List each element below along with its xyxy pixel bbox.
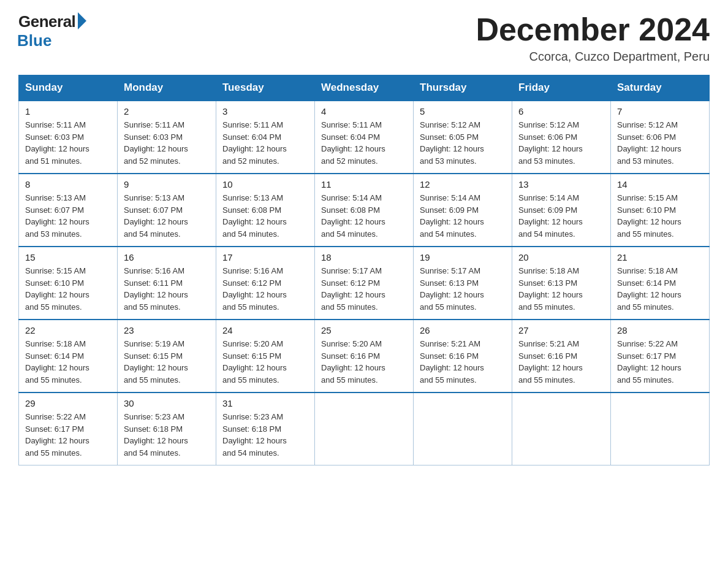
calendar-cell: [611, 393, 710, 465]
page-header: General Blue December 2024 Ccorca, Cuzco…: [18, 12, 710, 64]
day-info: Sunrise: 5:23 AMSunset: 6:18 PMDaylight:…: [222, 411, 308, 459]
day-number: 9: [124, 179, 210, 190]
day-number: 3: [222, 106, 308, 117]
logo-triangle-icon: [78, 12, 86, 29]
logo: General Blue: [18, 12, 86, 50]
day-number: 18: [321, 252, 407, 262]
col-header-sunday: Sunday: [19, 75, 118, 101]
calendar-cell: 28Sunrise: 5:22 AMSunset: 6:17 PMDayligh…: [611, 320, 710, 393]
day-info: Sunrise: 5:18 AMSunset: 6:14 PMDaylight:…: [617, 265, 703, 313]
day-number: 28: [617, 325, 703, 335]
day-number: 26: [420, 325, 506, 335]
calendar-cell: 7Sunrise: 5:12 AMSunset: 6:06 PMDaylight…: [611, 101, 710, 174]
month-year-title: December 2024: [476, 12, 710, 47]
day-number: 20: [518, 252, 604, 262]
day-info: Sunrise: 5:21 AMSunset: 6:16 PMDaylight:…: [518, 338, 604, 386]
day-info: Sunrise: 5:20 AMSunset: 6:15 PMDaylight:…: [222, 338, 308, 386]
day-number: 21: [617, 252, 703, 262]
calendar-cell: 8Sunrise: 5:13 AMSunset: 6:07 PMDaylight…: [19, 174, 118, 247]
day-info: Sunrise: 5:23 AMSunset: 6:18 PMDaylight:…: [124, 411, 210, 459]
day-number: 24: [222, 325, 308, 335]
day-number: 15: [25, 252, 111, 262]
day-info: Sunrise: 5:11 AMSunset: 6:04 PMDaylight:…: [321, 119, 407, 167]
day-info: Sunrise: 5:11 AMSunset: 6:03 PMDaylight:…: [25, 119, 111, 167]
calendar-cell: 14Sunrise: 5:15 AMSunset: 6:10 PMDayligh…: [611, 174, 710, 247]
week-row-2: 8Sunrise: 5:13 AMSunset: 6:07 PMDaylight…: [19, 174, 710, 247]
calendar-cell: 12Sunrise: 5:14 AMSunset: 6:09 PMDayligh…: [414, 174, 512, 247]
col-header-friday: Friday: [512, 75, 611, 101]
day-info: Sunrise: 5:11 AMSunset: 6:03 PMDaylight:…: [124, 119, 210, 167]
calendar-cell: 21Sunrise: 5:18 AMSunset: 6:14 PMDayligh…: [611, 247, 710, 320]
calendar-cell: 19Sunrise: 5:17 AMSunset: 6:13 PMDayligh…: [414, 247, 512, 320]
week-row-5: 29Sunrise: 5:22 AMSunset: 6:17 PMDayligh…: [19, 393, 710, 465]
calendar-cell: 10Sunrise: 5:13 AMSunset: 6:08 PMDayligh…: [216, 174, 315, 247]
calendar-cell: 20Sunrise: 5:18 AMSunset: 6:13 PMDayligh…: [512, 247, 611, 320]
day-number: 11: [321, 179, 407, 190]
calendar-cell: 25Sunrise: 5:20 AMSunset: 6:16 PMDayligh…: [315, 320, 414, 393]
day-number: 8: [25, 179, 111, 190]
day-number: 4: [321, 106, 407, 117]
calendar-cell: [512, 393, 611, 465]
day-info: Sunrise: 5:13 AMSunset: 6:07 PMDaylight:…: [25, 192, 111, 240]
col-header-wednesday: Wednesday: [315, 75, 414, 101]
calendar-cell: 13Sunrise: 5:14 AMSunset: 6:09 PMDayligh…: [512, 174, 611, 247]
day-number: 14: [617, 179, 703, 190]
day-number: 2: [124, 106, 210, 117]
day-number: 31: [222, 398, 308, 408]
calendar-cell: 29Sunrise: 5:22 AMSunset: 6:17 PMDayligh…: [19, 393, 118, 465]
calendar-cell: 11Sunrise: 5:14 AMSunset: 6:08 PMDayligh…: [315, 174, 414, 247]
day-number: 12: [420, 179, 506, 190]
col-header-tuesday: Tuesday: [216, 75, 315, 101]
calendar-cell: 9Sunrise: 5:13 AMSunset: 6:07 PMDaylight…: [118, 174, 216, 247]
calendar-cell: [414, 393, 512, 465]
calendar-cell: 24Sunrise: 5:20 AMSunset: 6:15 PMDayligh…: [216, 320, 315, 393]
calendar-cell: 5Sunrise: 5:12 AMSunset: 6:05 PMDaylight…: [414, 101, 512, 174]
day-number: 16: [124, 252, 210, 262]
day-number: 7: [617, 106, 703, 117]
day-info: Sunrise: 5:22 AMSunset: 6:17 PMDaylight:…: [617, 338, 703, 386]
day-number: 23: [124, 325, 210, 335]
day-info: Sunrise: 5:19 AMSunset: 6:15 PMDaylight:…: [124, 338, 210, 386]
day-number: 22: [25, 325, 111, 335]
day-info: Sunrise: 5:21 AMSunset: 6:16 PMDaylight:…: [420, 338, 506, 386]
calendar-cell: 6Sunrise: 5:12 AMSunset: 6:06 PMDaylight…: [512, 101, 611, 174]
calendar-table: SundayMondayTuesdayWednesdayThursdayFrid…: [18, 75, 710, 465]
calendar-cell: 26Sunrise: 5:21 AMSunset: 6:16 PMDayligh…: [414, 320, 512, 393]
day-info: Sunrise: 5:15 AMSunset: 6:10 PMDaylight:…: [25, 265, 111, 313]
col-header-thursday: Thursday: [414, 75, 512, 101]
day-info: Sunrise: 5:12 AMSunset: 6:06 PMDaylight:…: [617, 119, 703, 167]
calendar-cell: 4Sunrise: 5:11 AMSunset: 6:04 PMDaylight…: [315, 101, 414, 174]
calendar-cell: 3Sunrise: 5:11 AMSunset: 6:04 PMDaylight…: [216, 101, 315, 174]
title-area: December 2024 Ccorca, Cuzco Department, …: [476, 12, 710, 64]
calendar-cell: 2Sunrise: 5:11 AMSunset: 6:03 PMDaylight…: [118, 101, 216, 174]
day-info: Sunrise: 5:16 AMSunset: 6:12 PMDaylight:…: [222, 265, 308, 313]
day-info: Sunrise: 5:12 AMSunset: 6:05 PMDaylight:…: [420, 119, 506, 167]
day-info: Sunrise: 5:14 AMSunset: 6:08 PMDaylight:…: [321, 192, 407, 240]
day-info: Sunrise: 5:13 AMSunset: 6:08 PMDaylight:…: [222, 192, 308, 240]
logo-general-text: General: [18, 12, 75, 31]
day-info: Sunrise: 5:14 AMSunset: 6:09 PMDaylight:…: [420, 192, 506, 240]
calendar-header-row: SundayMondayTuesdayWednesdayThursdayFrid…: [19, 75, 710, 101]
day-number: 13: [518, 179, 604, 190]
calendar-cell: 31Sunrise: 5:23 AMSunset: 6:18 PMDayligh…: [216, 393, 315, 465]
calendar-cell: 22Sunrise: 5:18 AMSunset: 6:14 PMDayligh…: [19, 320, 118, 393]
day-number: 1: [25, 106, 111, 117]
calendar-cell: 16Sunrise: 5:16 AMSunset: 6:11 PMDayligh…: [118, 247, 216, 320]
calendar-cell: 23Sunrise: 5:19 AMSunset: 6:15 PMDayligh…: [118, 320, 216, 393]
day-number: 17: [222, 252, 308, 262]
day-info: Sunrise: 5:12 AMSunset: 6:06 PMDaylight:…: [518, 119, 604, 167]
day-info: Sunrise: 5:16 AMSunset: 6:11 PMDaylight:…: [124, 265, 210, 313]
calendar-cell: 1Sunrise: 5:11 AMSunset: 6:03 PMDaylight…: [19, 101, 118, 174]
week-row-4: 22Sunrise: 5:18 AMSunset: 6:14 PMDayligh…: [19, 320, 710, 393]
calendar-cell: 15Sunrise: 5:15 AMSunset: 6:10 PMDayligh…: [19, 247, 118, 320]
calendar-cell: 17Sunrise: 5:16 AMSunset: 6:12 PMDayligh…: [216, 247, 315, 320]
day-number: 6: [518, 106, 604, 117]
day-number: 5: [420, 106, 506, 117]
day-number: 29: [25, 398, 111, 408]
logo-blue-text: Blue: [17, 31, 51, 50]
day-info: Sunrise: 5:20 AMSunset: 6:16 PMDaylight:…: [321, 338, 407, 386]
week-row-3: 15Sunrise: 5:15 AMSunset: 6:10 PMDayligh…: [19, 247, 710, 320]
day-info: Sunrise: 5:18 AMSunset: 6:14 PMDaylight:…: [25, 338, 111, 386]
day-number: 27: [518, 325, 604, 335]
day-number: 19: [420, 252, 506, 262]
